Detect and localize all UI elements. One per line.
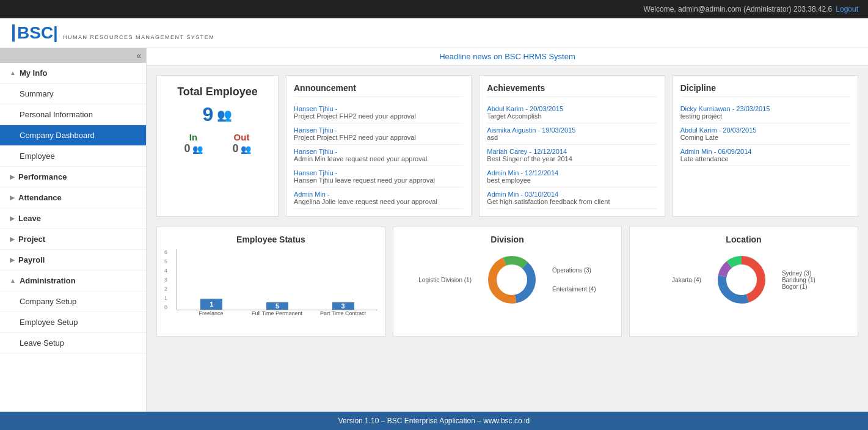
ann-entry-1: Hansen Tjhiu - Project Project FHP2 need…	[294, 102, 464, 123]
sidebar-item-company-setup[interactable]: Company Setup	[0, 291, 146, 312]
ach-desc-4: best employee	[487, 177, 657, 184]
sidebar-label-company-setup: Company Setup	[20, 297, 76, 306]
ann-entry-2: Hansen Tjhiu - Project Project FHP2 need…	[294, 123, 464, 145]
ach-entry-4: Admin Min - 12/12/2014 best employee	[487, 166, 657, 188]
employee-status-title: Employee Status	[164, 235, 377, 244]
ann-name-4: Hansen Tjhiu -	[294, 169, 464, 177]
headline-bar: Headline news on BSC HRMS System	[147, 48, 868, 65]
ach-desc-2: asd	[487, 134, 657, 141]
division-title: Division	[401, 235, 614, 244]
sidebar-label-employee: Employee	[20, 151, 55, 161]
y-label-3: 3	[164, 277, 177, 283]
sidebar-item-summary[interactable]: Summary	[0, 84, 146, 104]
in-label: In	[184, 132, 202, 142]
sidebar-item-leave[interactable]: ▶ Leave	[0, 208, 146, 229]
sidebar-section: ▲ My Info Summary Personal Information C…	[0, 63, 146, 354]
disc-entry-1: Dicky Kurniawan - 23/03/2015 testing pro…	[680, 102, 850, 123]
bar-freelance-rect[interactable]: 1	[200, 299, 222, 310]
sidebar-item-company-dashboard[interactable]: Company Dashboard	[0, 125, 146, 146]
out-item: Out 0 👥	[232, 132, 250, 155]
division-legend-left: Logistic Division (1)	[418, 277, 472, 283]
sidebar-label-company-dashboard: Company Dashboard	[20, 131, 95, 140]
bars-area: 1 5 3	[177, 249, 377, 310]
bar-freelance: 1	[183, 299, 240, 310]
people-icon: 👥	[217, 108, 232, 122]
arrow-icon: ▲	[10, 70, 16, 76]
total-employee-card: Total Employee 9 👥 In 0 👥	[156, 75, 279, 217]
ann-entry-4: Hansen Tjhiu - Hansen Tjhiu leave reques…	[294, 166, 464, 188]
ann-entry-5: Admin Min - Angelina Jolie leave request…	[294, 188, 464, 209]
sidebar-label-performance: Performance	[18, 172, 67, 181]
sidebar-collapse-button[interactable]: «	[0, 48, 146, 63]
sidebar-label-employee-setup: Employee Setup	[20, 318, 78, 327]
y-label-1: 1	[164, 295, 177, 301]
sidebar-item-personal-info[interactable]: Personal Information	[0, 104, 146, 125]
total-employee-title: Total Employee	[169, 86, 266, 98]
xlabel-freelance: Freelance	[183, 310, 239, 316]
sidebar: « ▲ My Info Summary Personal Information…	[0, 48, 147, 420]
in-item: In 0 👥	[184, 132, 202, 155]
announcement-card: Announcement Hansen Tjhiu - Project Proj…	[286, 75, 472, 217]
sidebar-label-project: Project	[18, 235, 45, 244]
logo-subtitle: HUMAN RESOURCES MANAGEMENT SYSTEM	[63, 34, 214, 40]
svg-point-3	[501, 269, 523, 291]
info-sections: Announcement Hansen Tjhiu - Project Proj…	[286, 75, 858, 217]
sidebar-item-administration[interactable]: ▲ Administration	[0, 271, 146, 291]
top-bar: Welcome, admin@admin.com (Administrator)…	[0, 0, 868, 18]
arrow-icon-att: ▶	[10, 194, 15, 201]
ann-desc-2: Project Project FHP2 need your approval	[294, 134, 464, 141]
footer: Version 1.10 – BSC Enterprise Applicatio…	[0, 412, 868, 420]
x-labels: Freelance Full Time Permanent Part Time …	[177, 310, 377, 329]
logo-box: BSC| HUMAN RESOURCES MANAGEMENT SYSTEM	[12, 24, 214, 42]
loc-legend-bogor: Bogor (1)	[782, 283, 815, 290]
logout-link[interactable]: Logout	[836, 5, 858, 13]
div-legend-ent: Entertaiment (4)	[552, 286, 596, 293]
bar-parttime: 3	[315, 302, 371, 310]
disc-name-2: Abdul Karim - 20/03/2015	[680, 126, 850, 134]
header: BSC| HUMAN RESOURCES MANAGEMENT SYSTEM	[0, 18, 868, 48]
sidebar-item-employee-setup[interactable]: Employee Setup	[0, 312, 146, 333]
ach-entry-1: Abdul Karim - 20/03/2015 Target Accompli…	[487, 102, 657, 123]
division-chart: Division Logistic Division (1)	[393, 227, 622, 337]
sidebar-label-administration: Administration	[20, 276, 76, 285]
division-donut-svg	[481, 249, 542, 310]
sidebar-item-payroll[interactable]: ▶ Payroll	[0, 250, 146, 271]
division-donut-container: Logistic Division (1)	[401, 249, 614, 310]
sidebar-label-summary: Summary	[20, 89, 54, 98]
ach-name-3: Mariah Carey - 12/12/2014	[487, 148, 657, 155]
sidebar-item-project[interactable]: ▶ Project	[0, 229, 146, 250]
in-people-icon: 👥	[192, 144, 203, 154]
sidebar-item-leave-setup[interactable]: Leave Setup	[0, 333, 146, 354]
sidebar-item-performance[interactable]: ▶ Performance	[0, 167, 146, 188]
y-label-2: 2	[164, 286, 177, 292]
sidebar-label-leave-setup: Leave Setup	[20, 338, 64, 348]
achievements-card: Achievements Abdul Karim - 20/03/2015 Ta…	[479, 75, 665, 217]
ann-desc-5: Angelina Jolie leave request need your a…	[294, 198, 464, 205]
sidebar-label-payroll: Payroll	[18, 255, 45, 264]
ann-desc-1: Project Project FHP2 need your approval	[294, 112, 464, 120]
xlabel-parttime: Part Time Contract	[315, 310, 371, 316]
bar-parttime-rect[interactable]: 3	[332, 302, 354, 310]
loc-legend-jakarta: Jakarta (4)	[672, 277, 701, 283]
loc-legend-sydney: Sydney (3)	[782, 270, 815, 277]
arrow-icon-pay: ▶	[10, 257, 15, 263]
dashboard: Total Employee 9 👥 In 0 👥	[147, 65, 868, 346]
bar-fulltime-rect[interactable]: 5	[266, 302, 288, 310]
arrow-icon-proj: ▶	[10, 236, 15, 242]
in-out-row: In 0 👥 Out 0 👥	[169, 132, 266, 155]
division-legend-right: Operations (3) Entertaiment (4)	[552, 267, 596, 293]
out-people-icon: 👥	[241, 144, 251, 154]
y-label-5: 5	[164, 258, 177, 264]
y-axis: 6 5 4 3 2 1 0	[164, 249, 177, 310]
achievements-title: Achievements	[487, 83, 657, 97]
svg-point-8	[731, 269, 753, 291]
ann-name-1: Hansen Tjhiu -	[294, 105, 464, 112]
disc-desc-2: Coming Late	[680, 134, 850, 141]
sidebar-item-my-info[interactable]: ▲ My Info	[0, 63, 146, 84]
sidebar-item-employee[interactable]: Employee	[0, 146, 146, 167]
out-count: 0	[232, 142, 238, 155]
div-legend-logistic: Logistic Division (1)	[418, 277, 472, 283]
disc-entry-3: Admin Min - 06/09/2014 Late attendance	[680, 145, 850, 166]
sidebar-item-attendance[interactable]: ▶ Attendance	[0, 188, 146, 208]
logo: BSC|	[12, 24, 58, 42]
